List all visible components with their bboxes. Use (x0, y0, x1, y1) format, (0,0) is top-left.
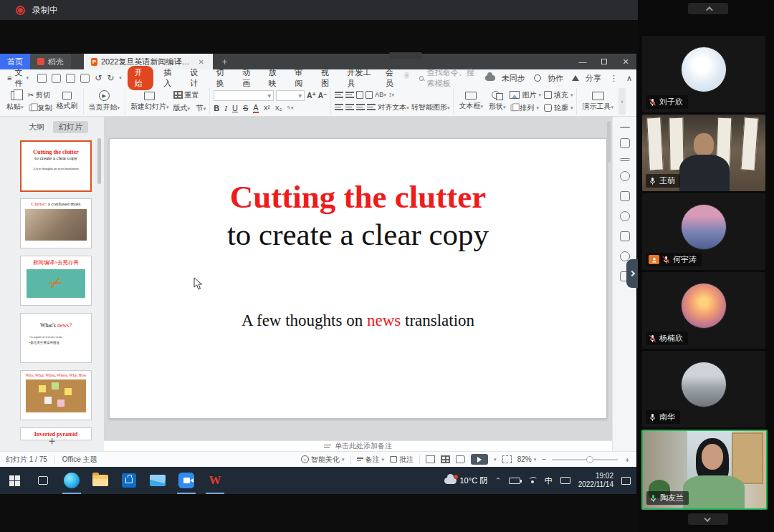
theme-name[interactable]: Office 主题 (62, 455, 97, 465)
close-tab-icon[interactable]: ✕ (197, 58, 206, 66)
tab-docer[interactable]: 稻壳 (30, 54, 71, 69)
rail-calendar-icon[interactable] (620, 231, 630, 241)
highlight-pen-icon[interactable]: ✎▾ (287, 105, 293, 111)
file-menu[interactable]: ≡ 文件 ▾ (4, 67, 32, 89)
panel-tab-outline[interactable]: 大纲 (24, 121, 49, 133)
italic-button[interactable]: I (224, 104, 227, 112)
font-color-button[interactable]: A (253, 104, 258, 113)
menu-item-animation[interactable]: 动画 (238, 66, 259, 90)
share-button[interactable]: 分享 (572, 73, 601, 84)
current-slide[interactable]: Cutting the clutter to create a clear co… (109, 138, 607, 419)
picture-button[interactable]: 图片▾ (510, 90, 541, 100)
rail-layers-icon[interactable] (620, 191, 630, 201)
slide-thumbnail-1[interactable]: Cutting the clutter to create a clear co… (20, 140, 92, 192)
menu-item-home[interactable]: 开始 (128, 66, 154, 90)
more-icon[interactable]: ▾ (119, 75, 122, 81)
overflow-menu-icon[interactable]: ⋮ (610, 74, 618, 83)
reading-view-icon[interactable] (456, 455, 465, 463)
copy-button[interactable]: 复制 (28, 103, 52, 113)
battery-icon[interactable] (509, 478, 520, 484)
align-center-icon[interactable] (345, 102, 354, 111)
numbered-list-icon[interactable] (345, 90, 354, 99)
menu-item-member[interactable]: 会员 (381, 66, 402, 90)
textbox-button[interactable]: 文本框▾ (457, 92, 484, 111)
collapse-ribbon-icon[interactable]: ∧ (626, 74, 632, 83)
menu-item-view[interactable]: 视图 (317, 66, 338, 90)
notes-bar[interactable]: 单击此处添加备注 (104, 440, 612, 451)
participant-tile-1[interactable]: 刘子欣 (642, 36, 765, 112)
taskbar-edge[interactable] (57, 467, 86, 494)
participant-tile-6[interactable]: 陶友兰 (641, 430, 768, 510)
taskbar-meeting[interactable] (172, 467, 201, 494)
undo-icon[interactable]: ↺ (95, 73, 102, 83)
slide-thumbnail-3[interactable]: 新闻编译≈去芜存菁 ✂ (20, 256, 92, 306)
taskbar-wps[interactable]: W (201, 467, 229, 494)
close-button[interactable]: ✕ (615, 54, 636, 69)
export-icon[interactable] (52, 74, 61, 83)
bullet-list-icon[interactable] (335, 90, 343, 99)
align-text-button[interactable]: 对齐文本▾ (378, 102, 409, 112)
decrease-indent-icon[interactable] (356, 91, 363, 99)
menu-item-review[interactable]: 审阅 (290, 66, 311, 90)
taskbar-clock[interactable]: 19:022022/11/14 (578, 472, 613, 490)
cut-button[interactable]: ✂ 剪切 (28, 90, 52, 100)
notes-button[interactable]: 备注▾ (357, 455, 385, 465)
reset-button[interactable]: 重置 (173, 90, 206, 100)
section-button[interactable]: 节▾ (196, 103, 206, 113)
slide-thumbnail-2[interactable]: Clutter: a confused mass (20, 198, 92, 248)
zoom-slider-knob[interactable] (586, 456, 593, 463)
menu-item-slideshow[interactable]: 放映 (264, 66, 285, 90)
sorter-view-icon[interactable] (441, 455, 450, 463)
shape-button[interactable]: 形状▾ (487, 91, 507, 112)
arrange-button[interactable]: 排列▾ (510, 103, 541, 113)
new-slide-button[interactable]: 新建幻灯片▾ (129, 92, 171, 112)
sync-status[interactable]: 未同步 (485, 73, 525, 84)
action-center-icon[interactable] (621, 477, 631, 485)
scroll-down-button[interactable] (688, 513, 728, 525)
text-direction-icon[interactable]: AB▾ (375, 91, 386, 98)
rail-beautify-icon[interactable] (620, 171, 630, 181)
taskbar-file-explorer[interactable] (86, 467, 115, 494)
zoom-level[interactable]: 82%▾ (517, 455, 537, 463)
align-right-icon[interactable] (356, 102, 365, 111)
canvas-scrollbar[interactable] (607, 121, 611, 163)
participant-tile-3[interactable]: 何宇涛 (642, 193, 765, 270)
weather-widget[interactable]: 10°C 阴 (444, 475, 488, 486)
align-left-icon[interactable] (335, 102, 343, 111)
font-size-select[interactable]: ▾ (276, 90, 305, 101)
slide-thumbnail-4[interactable]: What's news? •A report of recent events•… (20, 313, 92, 363)
comments-button[interactable]: 批注 (390, 455, 414, 465)
collaborate-button[interactable]: 协作 (534, 73, 563, 84)
present-tools-button[interactable]: 演示工具▾ (580, 92, 615, 112)
zoom-in-button[interactable]: ＋ (624, 455, 631, 465)
hidden-icons-chevron[interactable]: ⌃ (495, 477, 501, 484)
redo-icon[interactable]: ↻ (107, 73, 114, 83)
subscript-button[interactable]: X₂ (275, 105, 282, 112)
superscript-button[interactable]: X² (264, 105, 270, 112)
panel-scrollbar[interactable] (97, 138, 101, 184)
touch-keyboard-icon[interactable] (560, 477, 570, 484)
fill-button[interactable]: 填充▾ (544, 90, 573, 100)
strikethrough-button[interactable]: S (243, 104, 248, 112)
bold-button[interactable]: B (214, 104, 219, 112)
smartart-button[interactable]: 转智能图形▾ (411, 102, 450, 112)
increase-font-icon[interactable]: A⁺ (307, 92, 316, 100)
scroll-up-button[interactable] (688, 3, 728, 14)
zoom-out-button[interactable]: − (542, 455, 546, 463)
layout-button[interactable]: 版式▾ (173, 103, 191, 113)
underline-button[interactable]: U (232, 104, 238, 112)
rail-rocket-icon[interactable] (620, 138, 630, 148)
slideshow-play-button[interactable] (471, 454, 488, 465)
fit-slide-icon[interactable] (502, 455, 512, 463)
print-preview-icon[interactable] (80, 74, 90, 83)
zoom-slider[interactable] (552, 459, 618, 460)
play-from-current-button[interactable]: ▶当页开始▾ (87, 90, 122, 112)
smart-beautify-button[interactable]: ☺智能美化▾ (301, 455, 345, 465)
normal-view-icon[interactable] (426, 455, 435, 463)
format-painter-button[interactable]: 格式刷 (55, 92, 80, 111)
task-view-button[interactable] (29, 467, 57, 494)
outline-button[interactable]: 轮廓▾ (544, 103, 573, 113)
menu-item-insert[interactable]: 插入 (159, 66, 180, 90)
ime-indicator[interactable]: 中 (545, 475, 553, 486)
slide-thumbnail-5[interactable]: Who, What, When, Where, Why, How (20, 370, 92, 420)
